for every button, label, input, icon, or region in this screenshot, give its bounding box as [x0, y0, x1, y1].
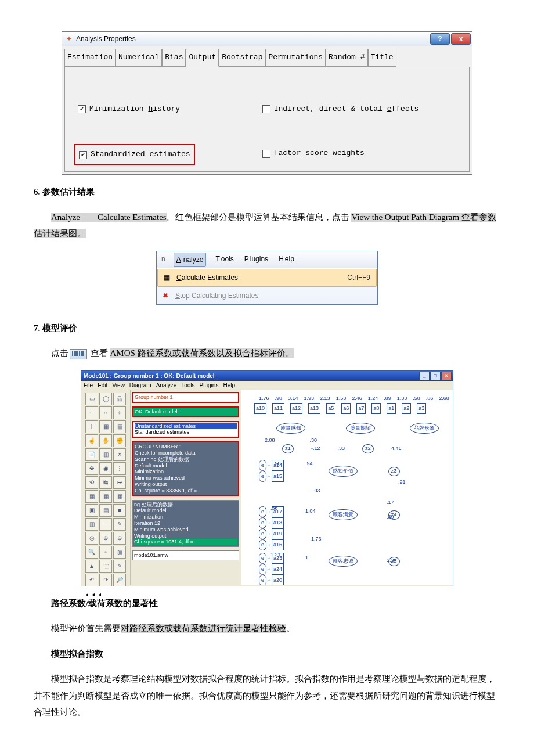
tool-btn[interactable]: ✥	[85, 462, 98, 475]
tab-bootstrap[interactable]: Bootstrap	[219, 49, 265, 67]
latent: 质量期望	[346, 423, 375, 434]
tool-btn[interactable]: ✎	[113, 518, 126, 531]
tool-btn[interactable]: ✋	[99, 434, 112, 447]
tool-btn[interactable]: ⬚	[99, 560, 112, 573]
menu-analyze[interactable]: Analyze	[156, 380, 177, 391]
tab-random[interactable]: Random #	[326, 49, 367, 67]
checkbox-icon	[78, 105, 86, 113]
section-6-p1: Analyze——Calculate Estimates。红色框架部分是模型运算…	[34, 209, 500, 242]
checkbox-icon	[79, 151, 87, 159]
tool-btn[interactable]: ↶	[85, 574, 98, 586]
tool-btn[interactable]: ⊖	[113, 532, 126, 545]
tab-numerical[interactable]: Numerical	[116, 49, 162, 67]
tool-btn[interactable]: ⋮	[113, 462, 126, 475]
canvas-top-values: 1.76.983.141.932.131.532.461.24.891.33.5…	[259, 394, 447, 404]
tool-btn[interactable]: 🔎	[113, 574, 126, 586]
tool-btn[interactable]: ▲	[85, 560, 98, 573]
dialog-tabs: Estimation Numerical Bias Output Bootstr…	[62, 46, 472, 67]
tab-estimation[interactable]: Estimation	[64, 49, 116, 67]
check-indirect-effects[interactable]: Indirect, direct & total effects	[259, 100, 423, 119]
tab-bias[interactable]: Bias	[162, 49, 186, 67]
check-factor-score[interactable]: Factor score weights	[259, 144, 423, 163]
menu-plugins[interactable]: Plugins	[242, 253, 269, 267]
tab-permutations[interactable]: Permutations	[265, 49, 326, 67]
stop-icon: ✖	[160, 291, 171, 301]
estimate-select[interactable]: Unstandardized estimates Standardized es…	[132, 421, 239, 438]
menu-analyze[interactable]: Analyze	[174, 253, 207, 267]
tool-btn[interactable]: 品	[113, 393, 126, 405]
group-box[interactable]: Group number 1	[132, 392, 239, 403]
menu-edit[interactable]: Edit	[98, 380, 107, 391]
tail-p1: 模型评价首先需要对路径系数或载荷系数进行统计显著性检验。	[34, 620, 500, 637]
tool-btn[interactable]: 📄	[85, 448, 98, 461]
tool-btn[interactable]: ▨	[113, 546, 126, 559]
tool-btn[interactable]: ▦	[113, 490, 126, 503]
amos-menubar: File Edit View Diagram Analyze Tools Plu…	[81, 381, 453, 390]
dialog-titlebar: ✦ Analysis Properties ? x	[62, 32, 472, 46]
tab-output[interactable]: Output	[186, 49, 219, 67]
log-box-1: GROUP NUMBER 1 Check for incomplete data…	[132, 441, 239, 496]
tool-btn[interactable]: ☝	[85, 434, 98, 447]
check-min-history[interactable]: Minimization history	[74, 100, 195, 119]
menu-tools[interactable]: Tools	[181, 380, 194, 391]
menu-file[interactable]: File	[84, 380, 93, 391]
tool-btn[interactable]: ↔	[99, 406, 112, 419]
menu-tools[interactable]: Tools	[213, 253, 234, 267]
tool-btn[interactable]: ▤	[113, 420, 126, 433]
latent: 感知价值	[329, 466, 358, 477]
tool-btn[interactable]: ▣	[85, 504, 98, 517]
tool-btn[interactable]: ▥	[99, 448, 112, 461]
tool-btn[interactable]: ✕	[113, 448, 126, 461]
tool-btn[interactable]: ←	[85, 406, 98, 419]
analyze-menu-screenshot: n Analyze Tools Plugins Help ▦ Calculate…	[156, 251, 378, 305]
check-standardized[interactable]: Standardized estimates	[74, 144, 195, 165]
help-button[interactable]: ?	[430, 33, 450, 45]
tool-btn[interactable]: ▫	[99, 546, 112, 559]
tool-btn[interactable]: ▭	[85, 393, 98, 405]
section-7-p1: 点击 查看 AMOS 路径系数或载荷系数以及拟合指标评价。	[34, 345, 500, 362]
tool-btn[interactable]: ♀	[113, 406, 126, 419]
tool-btn[interactable]: ↹	[99, 476, 112, 489]
tool-btn[interactable]: ✊	[113, 434, 126, 447]
menu-plugins[interactable]: Plugins	[200, 380, 219, 391]
tool-btn[interactable]: ↷	[99, 574, 112, 586]
tool-btn[interactable]: ◯	[99, 393, 112, 405]
tool-btn[interactable]: ▦	[99, 420, 112, 433]
latent: 顾客忠诚	[329, 556, 358, 567]
tool-btn[interactable]: ⋯	[99, 518, 112, 531]
close-button[interactable]: ×	[441, 372, 452, 380]
tool-btn[interactable]: ◎	[85, 532, 98, 545]
menu-view[interactable]: View	[112, 380, 125, 391]
file-box[interactable]: mode101.amw	[132, 550, 239, 560]
tool-btn[interactable]: ▥	[85, 518, 98, 531]
menu-item-calc-estimates[interactable]: ▦ Calculate Estimates Ctrl+F9	[157, 269, 377, 287]
tool-btn[interactable]: ⟲	[85, 476, 98, 489]
ok-box[interactable]: OK: Default model	[132, 406, 239, 417]
menu-help[interactable]: Help	[223, 380, 235, 391]
menu-help[interactable]: Help	[276, 253, 295, 267]
tool-btn[interactable]: 🔍	[85, 546, 98, 559]
menu-diagram[interactable]: Diagram	[129, 380, 151, 391]
tool-btn[interactable]: ✎	[113, 560, 126, 573]
latent: 质量感知	[276, 423, 305, 434]
close-button[interactable]: x	[451, 33, 471, 45]
tool-btn[interactable]: ◉	[99, 462, 112, 475]
menu-item-stop-calc: ✖ Stop Calculating Estimates	[157, 287, 377, 304]
tool-btn[interactable]: ▦	[99, 490, 112, 503]
maximize-button[interactable]: □	[430, 372, 441, 380]
tail-h2: 模型拟合指数	[51, 646, 500, 663]
tab-title[interactable]: Title	[368, 49, 396, 67]
tool-btn[interactable]: T	[85, 420, 98, 433]
tool-btn[interactable]: ⊕	[99, 532, 112, 545]
tool-btn[interactable]: ↦	[113, 476, 126, 489]
latent: 品牌形象	[410, 423, 439, 434]
dialog-title: Analysis Properties	[76, 33, 136, 46]
tool-btn[interactable]: ■	[113, 504, 126, 517]
minimize-button[interactable]: _	[419, 372, 430, 380]
amos-mid-panel: Group number 1 OK: Default model Unstand…	[131, 390, 241, 585]
abacus-icon: ▦	[161, 273, 172, 283]
tool-btn[interactable]: ▤	[99, 504, 112, 517]
section-6-heading: 6. 参数估计结果	[34, 183, 500, 200]
tool-btn[interactable]: ▦	[85, 490, 98, 503]
view-output-icon	[70, 349, 87, 359]
